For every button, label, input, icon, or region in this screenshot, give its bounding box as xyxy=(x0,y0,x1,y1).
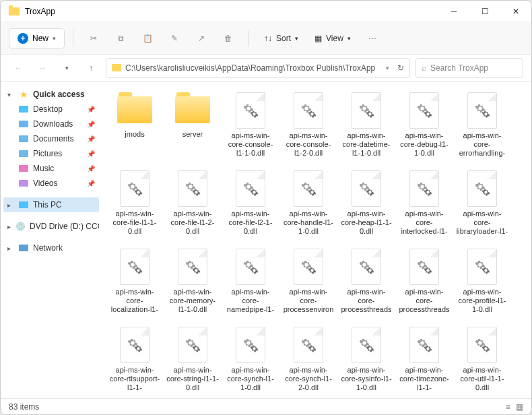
new-button[interactable]: + New ▾ xyxy=(9,28,65,49)
rename-button[interactable]: ✎ xyxy=(162,28,187,49)
chevron-down-icon: ▾ xyxy=(53,35,56,42)
sidebar-item-desktop[interactable]: Desktop📌 xyxy=(3,102,99,117)
search-input[interactable]: ⌕ Search TroxApp xyxy=(415,58,523,78)
more-button[interactable]: ⋯ xyxy=(360,28,385,49)
file-item[interactable]: api-ms-win-core-profile-l1-1-0.dll xyxy=(455,246,510,321)
file-item[interactable]: api-ms-win-core-synch-l1-1-0.dll xyxy=(223,324,278,398)
maximize-button[interactable]: ☐ xyxy=(469,1,500,22)
chevron-down-icon[interactable]: ▾ xyxy=(386,65,389,71)
file-item[interactable]: api-ms-win-core-heap-l1-1-0.dll xyxy=(339,168,394,243)
sidebar-item-videos[interactable]: Videos📌 xyxy=(3,176,99,191)
folder-icon xyxy=(9,7,20,15)
file-label: api-ms-win-core-string-l1-1-0.dll xyxy=(166,366,219,392)
details-view-button[interactable]: ≡ xyxy=(506,402,510,412)
file-item[interactable]: api-ms-win-core-string-l1-1-0.dll xyxy=(165,324,220,398)
file-item[interactable]: api-ms-win-core-datetime-l1-1-0.dll xyxy=(339,90,394,165)
file-item[interactable]: api-ms-win-core-handle-l1-1-0.dll xyxy=(281,168,336,243)
sidebar-item-label: Music xyxy=(33,164,54,173)
minimize-button[interactable]: ─ xyxy=(438,1,469,22)
file-label: api-ms-win-core-console-l1-1-0.dll xyxy=(224,131,277,158)
dll-icon xyxy=(294,92,323,129)
file-item[interactable]: api-ms-win-core-debug-l1-1-0.dll xyxy=(397,90,452,165)
folder-icon xyxy=(175,96,210,123)
refresh-button[interactable]: ↻ xyxy=(397,63,404,73)
file-item[interactable]: api-ms-win-core-file-l2-1-0.dll xyxy=(223,168,278,243)
file-label: api-ms-win-core-interlocked-l1-1-0.dll xyxy=(398,210,451,236)
dll-icon xyxy=(467,249,497,285)
file-label: api-ms-win-core-synch-l1-2-0.dll xyxy=(282,366,335,392)
this-pc[interactable]: ▸ This PC xyxy=(3,197,99,212)
file-item[interactable]: api-ms-win-core-file-l1-2-0.dll xyxy=(165,168,220,243)
plus-icon: + xyxy=(18,33,28,44)
network[interactable]: ▸ Network xyxy=(3,241,99,255)
up-button[interactable]: ↑ xyxy=(81,59,100,77)
folder-item[interactable]: jmods xyxy=(107,90,162,165)
file-label: api-ms-win-core-processthreads-l1-1-0.dl… xyxy=(340,288,393,314)
search-icon: ⌕ xyxy=(422,63,426,73)
file-item[interactable]: api-ms-win-core-libraryloader-l1-1-0.dll xyxy=(455,168,510,243)
file-label: api-ms-win-core-processenvironment-l1-1-… xyxy=(282,288,335,314)
file-item[interactable]: api-ms-win-core-timezone-l1-1- xyxy=(397,324,452,398)
paste-button[interactable]: 📋 xyxy=(135,28,160,49)
dll-icon xyxy=(120,327,149,363)
file-label: api-ms-win-core-util-l1-1-0.dll xyxy=(456,366,508,392)
copy-button[interactable]: ⧉ xyxy=(108,28,133,49)
explorer-window: TroxApp ─ ☐ ✕ + New ▾ ✂ ⧉ 📋 ✎ ↗ 🗑 ↑↓ Sor… xyxy=(0,0,532,415)
sidebar-item-documents[interactable]: Documents📌 xyxy=(3,131,99,146)
search-placeholder: Search TroxApp xyxy=(430,63,488,73)
file-item[interactable]: api-ms-win-core-processenvironment-l1-1-… xyxy=(281,246,336,321)
file-item[interactable]: api-ms-win-core-interlocked-l1-1-0.dll xyxy=(397,168,452,243)
sidebar-item-label: Downloads xyxy=(33,119,73,129)
toolbar: + New ▾ ✂ ⧉ 📋 ✎ ↗ 🗑 ↑↓ Sort ▾ ▦ View ▾ ⋯ xyxy=(1,22,531,55)
file-item[interactable]: api-ms-win-core-util-l1-1-0.dll xyxy=(455,324,510,398)
chevron-down-icon: ▾ xyxy=(347,35,351,42)
path-text: C:\Users\karolisliucveikis\AppData\Roami… xyxy=(125,63,382,73)
dll-icon xyxy=(409,170,439,207)
file-pane[interactable]: jmodsserverapi-ms-win-core-console-l1-1-… xyxy=(102,82,531,398)
view-icon: ▦ xyxy=(314,34,322,43)
file-label: api-ms-win-core-file-l1-2-0.dll xyxy=(166,210,219,236)
sidebar-item-pictures[interactable]: Pictures📌 xyxy=(3,146,99,161)
delete-button[interactable]: 🗑 xyxy=(216,28,240,49)
file-item[interactable]: api-ms-win-core-memory-l1-1-0.dll xyxy=(165,246,220,321)
file-item[interactable]: api-ms-win-core-namedpipe-l1-1-0.dll xyxy=(223,246,278,321)
dll-icon xyxy=(352,327,381,363)
sidebar-item-music[interactable]: Music📌 xyxy=(3,161,99,176)
sidebar-item-downloads[interactable]: Downloads📌 xyxy=(3,117,99,131)
file-item[interactable]: api-ms-win-core-processthreads-l1-1-1.dl… xyxy=(397,246,452,321)
cut-button[interactable]: ✂ xyxy=(81,28,106,49)
file-label: api-ms-win-core-libraryloader-l1-1-0.dll xyxy=(456,210,508,236)
view-button[interactable]: ▦ View ▾ xyxy=(308,30,358,47)
recent-button[interactable]: ▾ xyxy=(57,59,76,77)
quick-access[interactable]: ▾ ★ Quick access xyxy=(3,87,99,102)
folder-item[interactable]: server xyxy=(165,90,220,165)
star-icon: ★ xyxy=(18,90,29,99)
share-button[interactable]: ↗ xyxy=(189,28,213,49)
dll-icon xyxy=(352,170,381,207)
address-bar[interactable]: C:\Users\karolisliucveikis\AppData\Roami… xyxy=(106,58,410,78)
file-item[interactable]: api-ms-win-core-errorhandling-l1-1-0.dll xyxy=(455,90,510,165)
dvd-drive[interactable]: ▸ 💿 DVD Drive (D:) CCCC xyxy=(3,219,99,234)
file-item[interactable]: api-ms-win-core-synch-l1-2-0.dll xyxy=(281,324,336,398)
pin-icon: 📌 xyxy=(87,135,95,143)
file-item[interactable]: api-ms-win-core-rtlsupport-l1-1- xyxy=(107,324,162,398)
sort-button[interactable]: ↑↓ Sort ▾ xyxy=(257,30,305,47)
dll-icon xyxy=(236,249,265,285)
sidebar-item-label: Desktop xyxy=(33,104,63,114)
file-item[interactable]: api-ms-win-core-processthreads-l1-1-0.dl… xyxy=(339,246,394,321)
forward-button[interactable]: → xyxy=(33,59,52,77)
file-item[interactable]: api-ms-win-core-localization-l1-2-0.dll xyxy=(107,246,162,321)
dll-icon xyxy=(467,327,497,363)
icons-view-button[interactable]: ▦ xyxy=(516,402,523,412)
file-item[interactable]: api-ms-win-core-sysinfo-l1-1-0.dll xyxy=(339,324,394,398)
file-item[interactable]: api-ms-win-core-file-l1-1-0.dll xyxy=(107,168,162,243)
back-button[interactable]: ← xyxy=(9,59,28,77)
dll-icon xyxy=(236,170,265,207)
dll-icon xyxy=(294,327,323,363)
file-item[interactable]: api-ms-win-core-console-l1-2-0.dll xyxy=(281,90,336,165)
folder-icon xyxy=(18,149,29,158)
file-item[interactable]: api-ms-win-core-console-l1-1-0.dll xyxy=(223,90,278,165)
file-label: api-ms-win-core-handle-l1-1-0.dll xyxy=(282,210,335,236)
titlebar[interactable]: TroxApp ─ ☐ ✕ xyxy=(1,1,531,22)
close-button[interactable]: ✕ xyxy=(500,1,531,22)
